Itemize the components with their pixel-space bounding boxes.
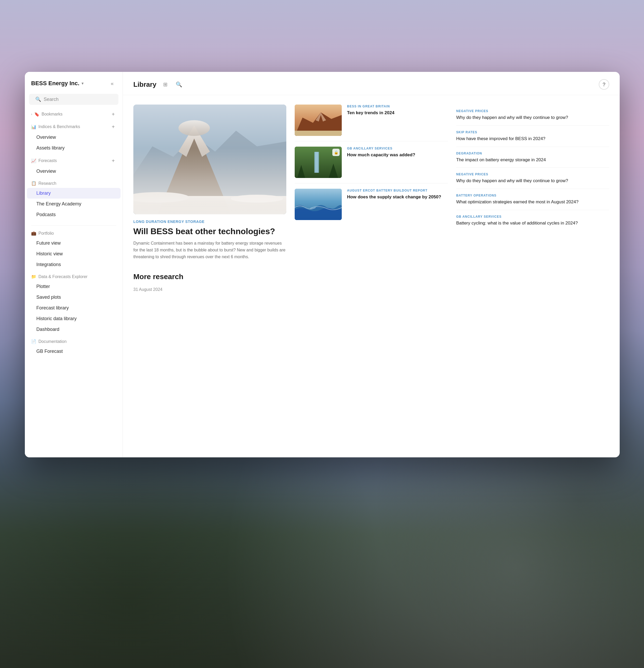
data-label: Data & Forecasts Explorer [39,274,88,279]
sidebar: BESS Energy Inc. ▾ « 🔍 Search › 🔖 Bookma… [25,72,123,457]
sidebar-section-bookmarks-header[interactable]: › 🔖 Bookmarks + [25,109,123,119]
sidebar-item-forecast-library[interactable]: Forecast library [27,303,121,313]
sidebar-item-assets-library[interactable]: Assets library [27,143,121,153]
right-article-4-title: Why do they happen and why will they con… [456,178,609,184]
right-article-3-category: DEGRADATION [456,152,609,155]
right-article-1-title: Why do they happen and why will they con… [456,115,609,121]
svg-point-7 [231,195,283,202]
article-card-1[interactable]: BESS IN GREAT BRITAIN Ten key trends in … [295,105,448,141]
right-article-3-title: The impact on battery energy storage in … [456,157,609,163]
article-2-category: GB ANCILLARY SERVICES [347,147,448,150]
sidebar-section-documentation: 📄 Documentation GB Forecast [25,337,123,357]
research-label: Research [39,181,56,186]
indices-add-button[interactable]: + [110,124,116,130]
article-thumb-1 [295,105,342,136]
documentation-icon: 📄 [31,339,36,344]
right-article-5[interactable]: BATTERY OPERATIONS What optimization str… [456,189,609,210]
sidebar-item-future-view[interactable]: Future view [27,238,121,248]
article-1-category: BESS IN GREAT BRITAIN [347,105,448,108]
featured-article-image [133,105,286,214]
more-research-date: 31 August 2024 [133,287,609,292]
right-article-6[interactable]: GB ANCILLARY SERVICES Battery cycling: w… [456,210,609,231]
sidebar-section-bookmarks: › 🔖 Bookmarks + [25,109,123,119]
right-article-2-title: How have these improved for BESS in 2024… [456,136,609,142]
sidebar-item-energy-academy[interactable]: The Energy Academy [27,199,121,209]
featured-section: LONG DURATION ENERGY STORAGE Will BESS b… [133,105,609,260]
documentation-label: Documentation [39,339,67,344]
filter-button[interactable]: ⊞ [161,80,170,89]
search-button[interactable]: 🔍 [174,80,183,89]
help-button[interactable]: ? [599,79,609,90]
main-content: Library ⊞ 🔍 ? [123,72,620,457]
sidebar-item-historic-view[interactable]: Historic view [27,248,121,259]
article-card-3[interactable]: AUGUST ERCOT BATTERY BUILDOUT REPORT How… [295,183,448,225]
right-article-4[interactable]: NEGATIVE PRICES Why do they happen and w… [456,168,609,189]
sidebar-collapse-button[interactable]: « [108,79,116,88]
sidebar-item-integrations[interactable]: Integrations [27,259,121,270]
indices-icon: 📊 [31,124,36,130]
right-article-1-category: NEGATIVE PRICES [456,109,609,113]
featured-article-category: LONG DURATION ENERGY STORAGE [133,219,286,224]
right-article-3[interactable]: DEGRADATION The impact on battery energy… [456,147,609,168]
app-window: BESS Energy Inc. ▾ « 🔍 Search › 🔖 Bookma… [25,72,620,457]
svg-rect-0 [133,105,286,214]
right-article-1[interactable]: NEGATIVE PRICES Why do they happen and w… [456,105,609,126]
sidebar-divider-1 [31,225,116,226]
right-article-4-category: NEGATIVE PRICES [456,172,609,176]
right-articles: NEGATIVE PRICES Why do they happen and w… [456,105,609,260]
brand-name: BESS Energy Inc. [31,80,79,87]
right-article-6-title: Battery cycling: what is the value of ad… [456,220,609,226]
sidebar-section-indices: 📊 Indices & Benchmarks + Overview Assets… [25,122,123,153]
main-header: Library ⊞ 🔍 ? [123,72,620,95]
article-1-title: Ten key trends in 2024 [347,110,448,116]
brand-chevron-icon: ▾ [81,81,84,86]
sidebar-search[interactable]: 🔍 Search [29,94,118,105]
article-3-title: How does the supply stack change by 2050… [347,194,448,200]
sidebar-header: BESS Energy Inc. ▾ « [25,79,123,94]
sidebar-item-indices-overview[interactable]: Overview [27,132,121,143]
right-article-2-category: SKIP RATES [456,131,609,134]
sidebar-section-portfolio: 💼 Portfolio Future view Historic view In… [25,229,123,270]
sidebar-section-documentation-header[interactable]: 📄 Documentation [25,337,123,346]
right-article-5-category: BATTERY OPERATIONS [456,194,609,197]
sidebar-section-indices-header[interactable]: 📊 Indices & Benchmarks + [25,122,123,132]
search-icon: 🔍 [35,96,41,102]
sidebar-item-gb-forecast[interactable]: GB Forecast [27,346,121,357]
sidebar-section-portfolio-header[interactable]: 💼 Portfolio [25,229,123,238]
sidebar-item-podcasts[interactable]: Podcasts [27,209,121,220]
sidebar-item-saved-plots[interactable]: Saved plots [27,292,121,303]
sidebar-item-historic-data[interactable]: Historic data library [27,313,121,324]
filter-icon: ⊞ [163,81,168,88]
svg-rect-14 [315,152,318,173]
sidebar-section-forecasts-header[interactable]: 📈 Forecasts + [25,155,123,166]
middle-articles: BESS IN GREAT BRITAIN Ten key trends in … [295,105,448,260]
right-article-2[interactable]: SKIP RATES How have these improved for B… [456,126,609,147]
sidebar-section-data-header[interactable]: 📁 Data & Forecasts Explorer [25,272,123,281]
bookmarks-label: Bookmarks [42,112,62,117]
sidebar-brand[interactable]: BESS Energy Inc. ▾ [31,80,84,87]
article-thumb-3 [295,189,342,220]
bookmarks-chevron-icon: › [31,112,32,116]
sidebar-item-forecasts-overview[interactable]: Overview [27,166,121,177]
right-article-5-title: What optimization strategies earned the … [456,199,609,205]
svg-rect-11 [295,131,342,136]
sidebar-item-plotter[interactable]: Plotter [27,281,121,292]
sidebar-item-library[interactable]: Library [27,188,121,199]
more-research-section: More research 31 August 2024 [133,273,609,292]
forecasts-add-button[interactable]: + [110,157,116,164]
sidebar-item-dashboard[interactable]: Dashboard [27,324,121,335]
portfolio-icon: 💼 [31,231,36,236]
lock-icon: 🔒 [332,149,340,156]
article-3-category: AUGUST ERCOT BATTERY BUILDOUT REPORT [347,189,448,192]
featured-article[interactable]: LONG DURATION ENERGY STORAGE Will BESS b… [133,105,286,260]
article-card-2[interactable]: 🔒 GB ANCILLARY SERVICES How much capacit… [295,141,448,183]
sidebar-section-research-header[interactable]: 📋 Research [25,179,123,188]
research-icon: 📋 [31,181,36,186]
help-icon: ? [602,81,605,88]
right-article-6-category: GB ANCILLARY SERVICES [456,215,609,218]
svg-point-6 [133,192,189,202]
bookmarks-add-button[interactable]: + [110,111,116,117]
indices-label: Indices & Benchmarks [39,124,80,129]
forecasts-icon: 📈 [31,158,36,163]
more-research-title: More research [133,273,609,281]
